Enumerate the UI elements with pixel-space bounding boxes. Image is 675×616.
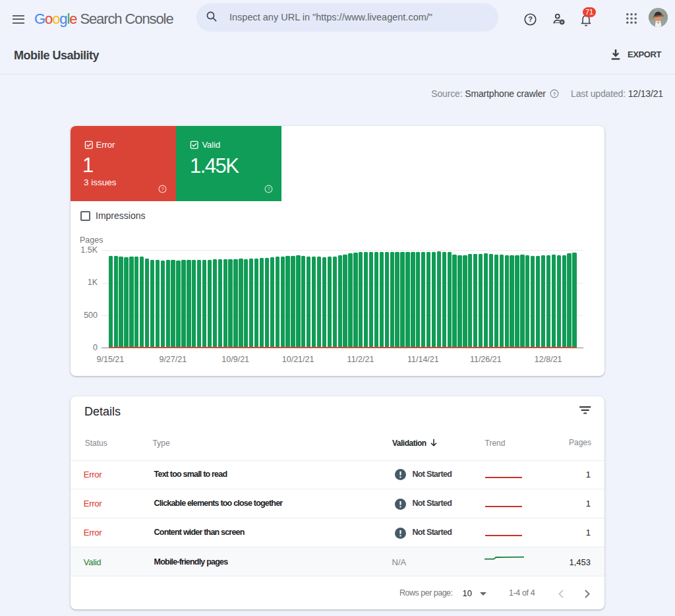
svg-text:?: ? [161,186,164,192]
svg-text:?: ? [552,91,556,97]
svg-text:?: ? [528,15,533,23]
svg-text:?: ? [267,186,270,192]
